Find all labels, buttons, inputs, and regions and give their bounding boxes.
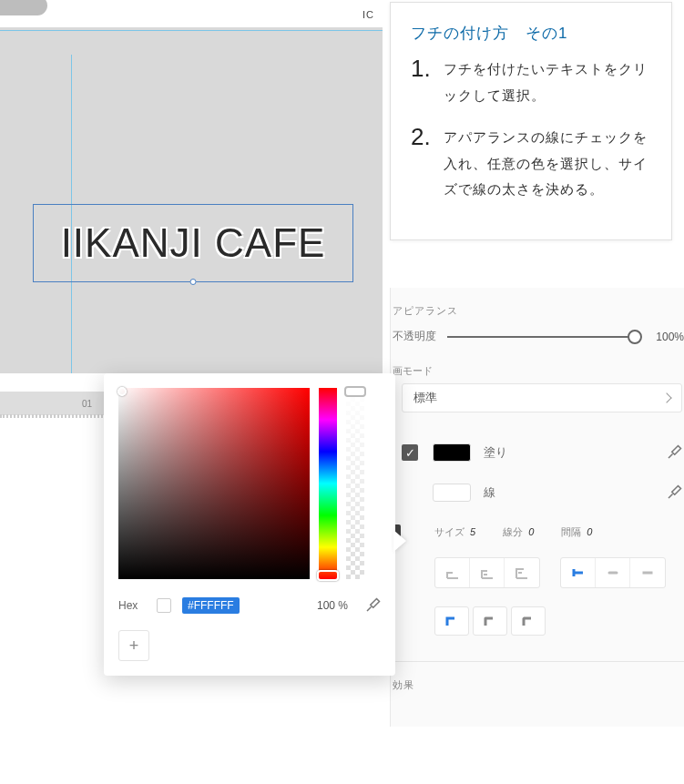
hex-row: Hex #FFFFFF 100 % — [118, 597, 381, 614]
cap-square-button[interactable] — [630, 558, 665, 587]
stroke-align-inner-button[interactable] — [435, 558, 470, 587]
fill-color-swatch[interactable] — [433, 443, 471, 462]
plus-icon: + — [129, 636, 139, 656]
instruction-step: 1. フチを付けたいテキストをクリックして選択。 — [411, 56, 651, 108]
cap-butt-button[interactable] — [561, 558, 596, 587]
stroke-color-swatch[interactable] — [433, 484, 471, 502]
canvas-area: IC IIKANJI CAFE — [0, 0, 383, 392]
appearance-heading: アピアランス — [391, 288, 684, 325]
opacity-row: 不透明度 100% — [391, 325, 684, 361]
stroke-align-cap-row — [391, 552, 684, 601]
sv-cursor[interactable] — [117, 387, 127, 396]
stroke-properties: サイズ5 線分0 間隔0 — [391, 518, 684, 552]
stroke-join-row — [391, 601, 684, 648]
stroke-align-group — [434, 557, 540, 588]
add-swatch-button[interactable]: + — [118, 630, 149, 661]
stroke-align-outer-button[interactable] — [505, 558, 539, 587]
stroke-gap[interactable]: 間隔0 — [561, 525, 592, 539]
step-number: 1. — [411, 56, 444, 108]
color-mode-toggle[interactable] — [157, 598, 171, 613]
instruction-step: 2. アパアランスの線にチェックを入れ、任意の色を選択し、サイズで線の太さを決め… — [411, 125, 651, 203]
artboard[interactable]: IIKANJI CAFE — [0, 27, 383, 373]
fill-row: ✓ 塗り — [402, 433, 682, 473]
callout-title: フチの付け方 その1 — [411, 23, 651, 44]
cap-round-button[interactable] — [596, 558, 630, 587]
alpha-value-input[interactable]: 100 % — [317, 599, 348, 612]
hue-slider[interactable] — [319, 388, 337, 579]
alpha-cursor[interactable] — [344, 386, 366, 397]
appearance-panel: アピアランス 不透明度 100% 画モード 標準 ✓ 塗り 線 サイズ5 線分0… — [390, 288, 684, 727]
alpha-slider[interactable] — [346, 388, 364, 579]
step-number: 2. — [411, 125, 444, 203]
join-bevel-button[interactable] — [511, 606, 546, 636]
selection-handle[interactable] — [190, 279, 197, 285]
shape-object[interactable] — [0, 0, 47, 15]
stroke-cap-group — [560, 557, 666, 588]
hue-cursor[interactable] — [317, 570, 339, 581]
timeline-ruler — [0, 414, 109, 418]
instruction-callout: フチの付け方 その1 1. フチを付けたいテキストをクリックして選択。 2. ア… — [390, 2, 672, 240]
eyedropper-icon[interactable] — [666, 444, 682, 461]
effects-heading: 効果 — [391, 662, 684, 699]
hex-input[interactable]: #FFFFFF — [182, 597, 240, 614]
chevron-icon — [661, 392, 671, 402]
join-round-button[interactable] — [473, 606, 507, 636]
text-content: IIKANJI CAFE — [61, 220, 326, 266]
guide-horizontal[interactable] — [0, 30, 383, 31]
blend-mode-label: 画モード — [391, 361, 684, 383]
step-text: フチを付けたいテキストをクリックして選択。 — [444, 56, 651, 108]
fill-checkbox[interactable]: ✓ — [402, 444, 418, 461]
timeline-frame-number: 01 — [82, 399, 92, 409]
stroke-dash[interactable]: 線分0 — [503, 525, 534, 539]
opacity-value: 100% — [644, 331, 684, 343]
eyedropper-icon[interactable] — [364, 597, 381, 614]
stroke-size[interactable]: サイズ5 — [434, 525, 475, 539]
stroke-align-center-button[interactable] — [470, 558, 505, 587]
timeline-bar[interactable]: 01 — [0, 392, 109, 415]
blend-mode-select[interactable]: 標準 — [402, 383, 682, 412]
opacity-label: 不透明度 — [393, 329, 447, 344]
hex-label: Hex — [118, 599, 146, 612]
saturation-value-field[interactable] — [118, 388, 310, 579]
color-picker-popup: Hex #FFFFFF 100 % + — [104, 373, 395, 676]
join-miter-button[interactable] — [434, 606, 469, 636]
opacity-slider[interactable] — [447, 336, 635, 338]
popup-pointer — [393, 530, 406, 552]
text-frame-selected[interactable]: IIKANJI CAFE — [33, 204, 353, 282]
blend-mode-value: 標準 — [413, 390, 437, 406]
eyedropper-icon[interactable] — [666, 484, 682, 501]
stroke-label: 線 — [484, 484, 666, 501]
fill-label: 塗り — [484, 444, 666, 461]
opacity-slider-thumb[interactable] — [628, 330, 642, 344]
ruler-label: IC — [362, 9, 374, 20]
step-text: アパアランスの線にチェックを入れ、任意の色を選択し、サイズで線の太さを決める。 — [444, 125, 651, 203]
stroke-row: 線 — [402, 473, 682, 513]
